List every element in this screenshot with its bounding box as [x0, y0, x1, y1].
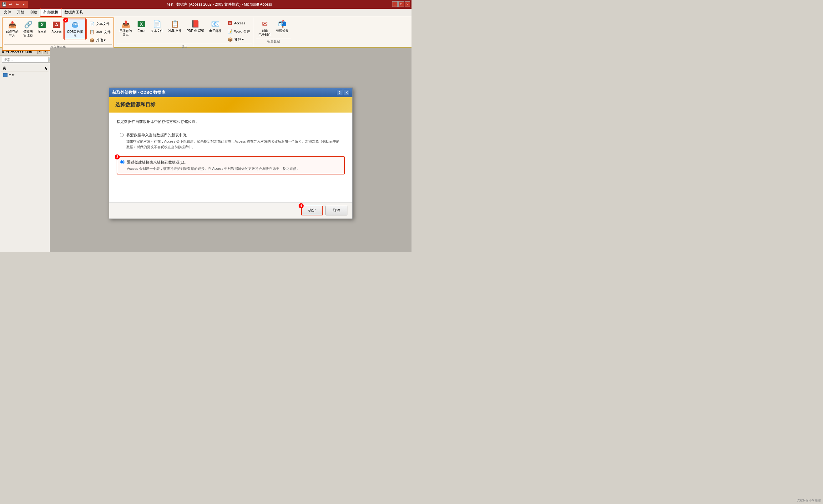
collect-group-label: 收集数据	[257, 39, 291, 44]
svg-text:X: X	[41, 22, 44, 27]
access-import-button[interactable]: A Access	[49, 19, 64, 35]
radio-import-label: 将源数据导入当前数据库的新表中(I)。 如果指定的对象不存在，Access 会予…	[126, 132, 342, 150]
search-input[interactable]	[2, 57, 48, 62]
content-area: 获取外部数据 - ODBC 数据库 ? ✕ 选择数据源和目标 指定数据在当前数据…	[50, 47, 412, 252]
other-export-label: 其他 ▾	[234, 37, 244, 42]
sidebar-item-test[interactable]: test	[1, 72, 48, 77]
radio-import-desc: 如果指定的对象不存在，Access 会予以创建。如果指定的对象已存在，Acces…	[126, 139, 342, 150]
radio-link-desc: Access 会创建一个表，该表将维护到源数据的链接。在 Access 中对数据…	[127, 166, 341, 172]
radio-import-main: 将源数据导入当前数据库的新表中(I)。	[126, 132, 342, 138]
email-export-button[interactable]: 📧 电子邮件	[207, 18, 224, 34]
window-controls: _ □ ✕	[392, 1, 410, 7]
excel-import-icon: X	[38, 20, 46, 29]
maximize-button[interactable]: □	[398, 1, 404, 7]
dialog-help-btn[interactable]: ?	[337, 90, 342, 96]
menu-dbtool[interactable]: 数据库工具	[62, 9, 86, 16]
cancel-button[interactable]: 取消	[326, 206, 347, 215]
manage-reply-label: 管理答复	[276, 29, 289, 33]
other-export-icon: 📦	[227, 37, 233, 42]
dialog-body: 指定数据在当前数据库中的存储方式和存储位置。 将源数据导入当前数据库的新表中(I…	[109, 113, 352, 202]
excel-export-label: Excel	[138, 29, 145, 32]
access-export-label: Access	[234, 21, 245, 25]
saved-export-button[interactable]: 📤 已保存的导出	[117, 18, 134, 38]
excel-import-label: Excel	[38, 30, 46, 33]
import-small-group: 📄 文本文件 📋 XML 文件 📦 其他 ▾	[88, 20, 112, 44]
radio-option-import[interactable]: 将源数据导入当前数据库的新表中(I)。 如果指定的对象不存在，Access 会予…	[117, 130, 345, 152]
email-export-label: 电子邮件	[209, 29, 222, 33]
xml-export-button[interactable]: 📋 XML 文件	[166, 18, 184, 34]
radio-link-label: 通过创建链接表来链接到数据源(L)。 Access 会创建一个表，该表将维护到源…	[127, 159, 341, 172]
saved-import-icon: 📥	[8, 20, 17, 29]
excel-import-button[interactable]: X Excel	[36, 19, 49, 35]
step4-badge: 4	[299, 203, 304, 208]
dialog-footer: 确定 4 取消	[109, 202, 352, 218]
xml-export-label: XML 文件	[168, 29, 182, 33]
dialog-close-btn[interactable]: ✕	[344, 90, 349, 96]
access-import-icon: A	[52, 20, 61, 29]
word-export-icon: 📝	[227, 28, 233, 34]
xml-import-button[interactable]: 📋 XML 文件	[88, 28, 112, 36]
svg-text:ODBC: ODBC	[71, 23, 79, 26]
link-manager-label: 链接表管理器	[23, 30, 33, 37]
word-export-button[interactable]: 📝 Word 合并	[226, 27, 252, 35]
svg-text:A: A	[55, 22, 58, 27]
pdf-export-button[interactable]: 📕 PDF 或 XPS	[184, 18, 206, 34]
create-email-button[interactable]: ✉ 创建电子邮件	[257, 18, 273, 38]
saved-import-button[interactable]: 📥 已保存的导入	[4, 19, 21, 39]
access-import-label: Access	[51, 30, 61, 33]
text-import-button[interactable]: 📄 文本文件	[88, 20, 112, 27]
other-import-label: 其他 ▾	[96, 38, 106, 42]
menu-start[interactable]: 开始	[14, 9, 27, 16]
step2-badge: 2	[63, 17, 68, 22]
close-button[interactable]: ✕	[404, 1, 410, 7]
other-export-button[interactable]: 📦 其他 ▾	[226, 36, 252, 43]
text-import-icon: 📄	[89, 21, 95, 27]
link-manager-icon: 🔗	[24, 20, 32, 29]
dialog-title-controls: ? ✕	[337, 90, 349, 96]
email-export-icon: 📧	[211, 20, 220, 28]
svg-text:X: X	[140, 22, 143, 27]
manage-reply-icon: 📬	[278, 20, 287, 28]
other-import-button[interactable]: 📦 其他 ▾	[88, 36, 112, 44]
link-manager-button[interactable]: 🔗 链接表管理器	[21, 19, 35, 39]
odbc-import-button[interactable]: ODBC ODBC 数据库 2	[64, 19, 86, 39]
create-email-icon: ✉	[261, 20, 269, 28]
text-import-label: 文本文件	[96, 22, 110, 26]
text-export-button[interactable]: 📄 文本文件	[149, 18, 165, 34]
ok-button[interactable]: 确定	[301, 206, 323, 215]
word-export-label: Word 合并	[234, 29, 250, 34]
dialog: 获取外部数据 - ODBC 数据库 ? ✕ 选择数据源和目标 指定数据在当前数据…	[109, 88, 353, 219]
quick-access-toolbar: 💾 ↩ ↪ ▾	[0, 1, 28, 8]
section-collapse-btn[interactable]: ∧	[44, 66, 47, 71]
text-export-label: 文本文件	[151, 29, 163, 33]
access-export-icon: 🅰	[227, 20, 233, 26]
menu-create[interactable]: 创建	[27, 9, 40, 16]
dialog-title-text: 获取外部数据 - ODBC 数据库	[112, 90, 165, 96]
access-export-button[interactable]: 🅰 Access	[226, 19, 252, 27]
excel-export-button[interactable]: X Excel	[135, 18, 148, 34]
radio-import[interactable]	[120, 133, 124, 137]
menu-external[interactable]: 外部数据	[41, 9, 61, 16]
other-import-icon: 📦	[89, 37, 95, 43]
odbc-import-icon: ODBC	[71, 21, 79, 29]
table-icon	[3, 73, 7, 77]
main-area: 所有 Access 对象 ▾ « 🔍 表 ∧ test	[0, 47, 412, 252]
radio-link[interactable]	[120, 160, 125, 164]
odbc-import-label: ODBC 数据库	[67, 30, 83, 37]
minimize-button[interactable]: _	[392, 1, 398, 7]
radio-option-link[interactable]: 通过创建链接表来链接到数据源(L)。 Access 会创建一个表，该表将维护到源…	[117, 156, 345, 175]
undo-qa-icon[interactable]: ↩	[8, 2, 13, 7]
radio-link-main: 通过创建链接表来链接到数据源(L)。	[127, 159, 341, 165]
dropdown-qa-icon[interactable]: ▾	[21, 2, 27, 7]
export-small-group: 🅰 Access 📝 Word 合并 📦 其他 ▾	[226, 19, 252, 43]
dialog-instruction: 指定数据在当前数据库中的存储方式和存储位置。	[117, 119, 345, 125]
sidebar-item-test-label: test	[9, 73, 14, 77]
manage-reply-button[interactable]: 📬 管理答复	[274, 18, 291, 34]
menu-file[interactable]: 文件	[1, 9, 14, 16]
search-bar: 🔍	[0, 56, 50, 64]
redo-qa-icon[interactable]: ↪	[14, 2, 20, 7]
save-qa-icon[interactable]: 💾	[1, 2, 7, 7]
saved-export-icon: 📤	[121, 20, 130, 28]
ribbon: 📥 已保存的导入 🔗 链接表管理器 X Excel	[0, 16, 412, 47]
step3-badge: 3	[115, 154, 120, 159]
